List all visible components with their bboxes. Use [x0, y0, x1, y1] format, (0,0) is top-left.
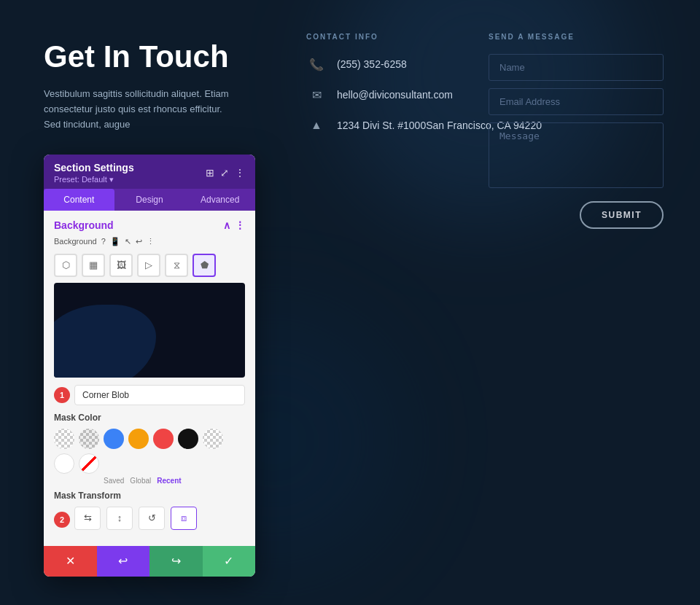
bg-video-btn[interactable]: ▷: [137, 254, 160, 277]
email-input[interactable]: [489, 88, 664, 115]
email-text: hello@diviconsultant.com: [337, 89, 453, 101]
name-input[interactable]: [489, 54, 664, 81]
swatch-black[interactable]: [178, 429, 198, 449]
mask-style-row: 1 Corner Blob: [54, 385, 245, 405]
send-message-section: SEND A MESSAGE SUBMIT: [489, 33, 664, 229]
panel-tabs: Content Design Advanced: [44, 189, 255, 211]
swatch-checker2[interactable]: [79, 429, 99, 449]
reset-icon[interactable]: ↩: [136, 237, 142, 246]
collapse-icon[interactable]: ∧: [223, 219, 230, 231]
tab-content[interactable]: Content: [44, 189, 114, 211]
swatch-checker3[interactable]: [203, 429, 223, 449]
mask-style-select[interactable]: Corner Blob: [74, 385, 245, 405]
panel-title: Section Settings: [54, 162, 134, 173]
bg-image-btn[interactable]: 🖼: [109, 254, 133, 277]
swatch-blue[interactable]: [104, 429, 124, 449]
cursor-icon[interactable]: ↖: [125, 237, 131, 246]
fullscreen-icon[interactable]: ⤢: [220, 167, 229, 179]
swatch-slash[interactable]: [79, 453, 99, 474]
undo-button[interactable]: ↩: [97, 546, 150, 577]
color-tabs: Saved Global Recent: [54, 477, 245, 485]
color-tab-global[interactable]: Global: [130, 477, 151, 485]
flip-v-btn[interactable]: ↕: [106, 507, 133, 530]
redo-button[interactable]: ↪: [149, 546, 203, 577]
page-title: Get In Touch: [44, 40, 233, 74]
bg-more-icon[interactable]: ⋮: [147, 237, 155, 246]
more-icon[interactable]: ⋮: [235, 167, 245, 179]
section-label-icons: ∧ ⋮: [223, 219, 245, 231]
flip-h-btn[interactable]: ⇆: [74, 507, 101, 530]
location-icon: ▲: [306, 115, 327, 136]
mask-transform-icons: ⇆ ↕ ↺ ⧈: [74, 507, 197, 530]
bg-color-btn[interactable]: ⬡: [54, 254, 77, 277]
panel-body: Background ∧ ⋮ Background ? 📱 ↖ ↩ ⋮: [44, 211, 255, 546]
confirm-button[interactable]: ✓: [203, 546, 256, 577]
hero-description: Vestibulum sagittis sollicitudin aliquet…: [44, 87, 233, 132]
panel-action-bar: ✕ ↩ ↪ ✓: [44, 546, 255, 577]
background-row: Background ? 📱 ↖ ↩ ⋮: [54, 237, 245, 246]
background-label-text: Background: [54, 237, 97, 246]
invert-btn[interactable]: ⧈: [171, 507, 197, 530]
tab-design[interactable]: Design: [114, 189, 185, 211]
phone-text: (255) 352-6258: [337, 58, 407, 70]
swatch-white[interactable]: [54, 453, 74, 474]
swatch-red[interactable]: [153, 429, 174, 449]
submit-button[interactable]: SUBMIT: [580, 201, 664, 229]
color-tab-recent[interactable]: Recent: [157, 477, 181, 485]
color-tab-saved[interactable]: Saved: [104, 477, 124, 485]
phone-icon: 📞: [306, 54, 327, 74]
bg-gradient-btn[interactable]: ▦: [82, 254, 105, 277]
step-badge-2: 2: [54, 512, 70, 528]
cancel-button[interactable]: ✕: [44, 546, 97, 577]
tab-advanced[interactable]: Advanced: [184, 189, 255, 211]
message-input[interactable]: [489, 122, 664, 188]
swatch-yellow[interactable]: [128, 429, 149, 449]
panel-header-icons: ⊞ ⤢ ⋮: [206, 167, 245, 179]
website-right: CONTACT INFO 📞 (255) 352-6258 ✉ hello@di…: [262, 0, 700, 605]
section-settings-panel: Section Settings Preset: Default ▾ ⊞ ⤢ ⋮…: [44, 155, 255, 577]
settings-icon[interactable]: ⊞: [206, 167, 214, 179]
panel-preset[interactable]: Preset: Default ▾: [54, 175, 134, 184]
background-type-icons: ⬡ ▦ 🖼 ▷ ⧖ ⬟: [54, 254, 245, 277]
bg-pattern-btn[interactable]: ⧖: [165, 254, 188, 277]
bg-mask-btn[interactable]: ⬟: [192, 254, 216, 277]
rotate-btn[interactable]: ↺: [139, 507, 165, 530]
color-swatches: [54, 429, 245, 474]
email-icon: ✉: [306, 85, 327, 105]
mask-transform-label: Mask Transform: [54, 491, 245, 501]
mask-color-label: Mask Color: [54, 413, 245, 423]
swatch-transparent[interactable]: [54, 429, 74, 449]
background-preview: [54, 283, 245, 378]
step-badge-1: 1: [54, 387, 70, 403]
help-icon[interactable]: ?: [101, 237, 106, 246]
panel-header: Section Settings Preset: Default ▾ ⊞ ⤢ ⋮: [44, 155, 255, 189]
options-icon[interactable]: ⋮: [235, 219, 245, 231]
send-message-heading: SEND A MESSAGE: [489, 33, 664, 41]
background-section-label: Background ∧ ⋮: [54, 219, 245, 231]
device-icon[interactable]: 📱: [110, 237, 120, 246]
